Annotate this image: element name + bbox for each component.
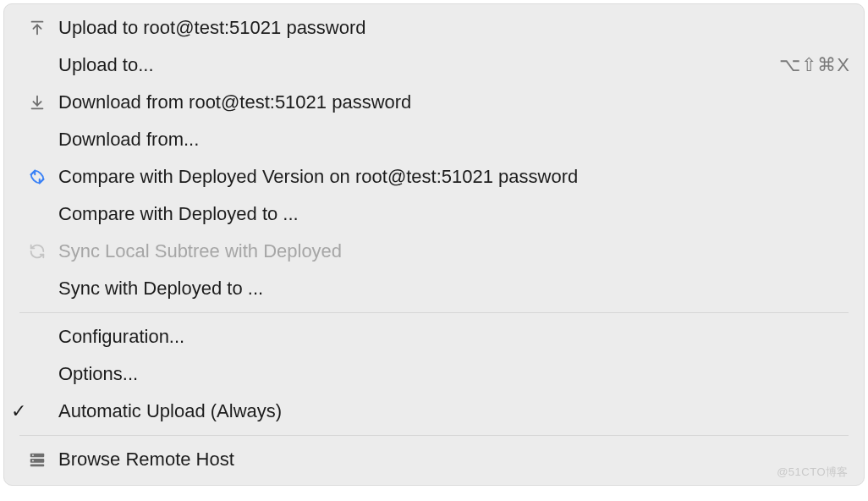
menu-item-label: Download from root@test:51021 password: [58, 91, 850, 113]
svg-rect-8: [30, 465, 45, 467]
menu-separator: [19, 312, 849, 313]
menu-item-compare-deployed-to[interactable]: Compare with Deployed to ...: [4, 195, 864, 233]
menu-item-label: Compare with Deployed Version on root@te…: [58, 166, 850, 188]
deployment-context-menu: Upload to root@test:51021 password Uploa…: [3, 3, 865, 486]
menu-item-automatic-upload[interactable]: ✓ Automatic Upload (Always): [4, 393, 864, 430]
menu-item-label: Configuration...: [58, 326, 850, 348]
menu-item-configuration[interactable]: Configuration...: [4, 318, 864, 355]
menu-item-label: Compare with Deployed to ...: [58, 203, 850, 225]
compare-icon: [28, 168, 58, 186]
menu-item-sync-local-subtree: Sync Local Subtree with Deployed: [4, 233, 864, 270]
server-icon: [28, 450, 58, 469]
menu-item-upload-to[interactable]: Upload to... ⌥⇧⌘X: [4, 47, 864, 84]
menu-item-label: Upload to root@test:51021 password: [58, 17, 850, 39]
menu-item-label: Sync with Deployed to ...: [58, 278, 850, 300]
menu-item-download-from[interactable]: Download from...: [4, 121, 864, 158]
menu-item-label: Download from...: [58, 129, 850, 151]
svg-point-9: [32, 454, 34, 456]
svg-point-10: [32, 460, 34, 461]
menu-item-sync-deployed-to[interactable]: Sync with Deployed to ...: [4, 270, 864, 307]
menu-item-shortcut: ⌥⇧⌘X: [779, 54, 850, 76]
menu-item-options[interactable]: Options...: [4, 355, 864, 393]
sync-icon: [28, 242, 58, 261]
check-icon: ✓: [14, 400, 23, 422]
menu-item-browse-remote-host[interactable]: Browse Remote Host: [4, 441, 864, 478]
menu-separator: [19, 435, 849, 436]
menu-item-compare-deployed-target[interactable]: Compare with Deployed Version on root@te…: [4, 158, 864, 195]
download-icon: [28, 93, 58, 112]
menu-item-upload-to-target[interactable]: Upload to root@test:51021 password: [4, 9, 864, 47]
menu-item-label: Browse Remote Host: [58, 449, 850, 471]
menu-item-label: Options...: [58, 363, 850, 385]
menu-item-download-from-target[interactable]: Download from root@test:51021 password: [4, 84, 864, 121]
menu-item-label: Upload to...: [58, 54, 779, 76]
menu-item-label: Sync Local Subtree with Deployed: [58, 240, 850, 262]
upload-icon: [28, 19, 58, 37]
menu-item-label: Automatic Upload (Always): [58, 400, 850, 422]
watermark: @51CTO博客: [777, 465, 849, 480]
